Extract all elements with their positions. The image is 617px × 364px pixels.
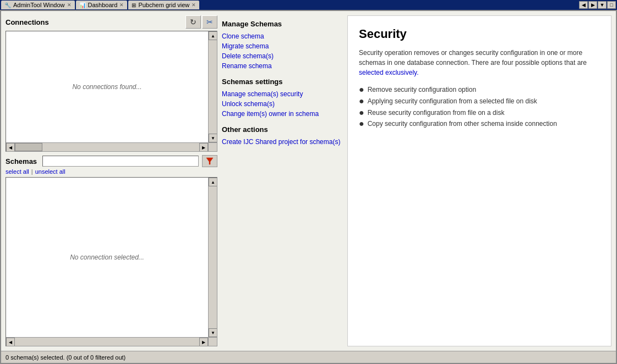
title-bar: 🔧 AdminTool Window ✕ 📊 Dashboard ✕ ⊞ Pub… bbox=[0, 0, 617, 10]
manage-schemas-title: Manage Schemas bbox=[222, 20, 343, 28]
schemas-list: No connection selected... ▲ ▼ ◀ ▶ bbox=[6, 177, 217, 346]
schema-settings-title: Schemas settings bbox=[222, 78, 343, 86]
status-text: 0 schema(s) selected. (0 out of 0 filter… bbox=[6, 354, 125, 361]
schemas-scroll-track-v[interactable] bbox=[209, 186, 217, 328]
security-desc-text: Security operation removes or changes se… bbox=[359, 49, 587, 67]
create-shared-link[interactable]: Create IJC Shared project for schema(s) bbox=[222, 137, 343, 147]
schemas-hscrollbar[interactable]: ◀ ▶ bbox=[6, 337, 208, 346]
connections-hscrollbar[interactable]: ◀ ▶ bbox=[6, 142, 208, 151]
middle-panel: Manage Schemas Clone schema Migrate sche… bbox=[222, 15, 343, 346]
tab-admintool-label: AdminTool Window bbox=[13, 2, 65, 8]
other-actions-title: Other actions bbox=[222, 125, 343, 134]
tab-pubchem-label: Pubchem grid view bbox=[138, 2, 189, 8]
security-description-panel: Security Security operation removes or c… bbox=[347, 15, 611, 346]
change-owner-link[interactable]: Change item(s) owner in schema bbox=[222, 109, 343, 119]
content-area: Connections ↻ ✂ No connections found... bbox=[1, 11, 616, 351]
connections-header: Connections ↻ ✂ bbox=[6, 15, 217, 29]
connections-scroll-right[interactable]: ▶ bbox=[199, 143, 208, 152]
bullet-item-4: ● Copy security configuration from other… bbox=[359, 118, 600, 130]
funnel-icon bbox=[205, 157, 214, 166]
forward-button[interactable]: ▶ bbox=[588, 1, 597, 9]
connections-empty-text: No connections found... bbox=[72, 83, 141, 91]
connections-buttons: ↻ ✂ bbox=[185, 15, 217, 29]
main-window: Connections ↻ ✂ No connections found... bbox=[0, 10, 617, 364]
bullet-text-2: Applying security configuration from a s… bbox=[368, 97, 537, 106]
connections-scroll-up[interactable]: ▲ bbox=[209, 31, 217, 40]
svg-marker-0 bbox=[206, 158, 213, 164]
migrate-schema-link[interactable]: Migrate schema bbox=[222, 41, 343, 51]
unlock-schemas-link[interactable]: Unlock schema(s) bbox=[222, 99, 343, 109]
tab-pubchem[interactable]: ⊞ Pubchem grid view ✕ bbox=[128, 1, 199, 9]
connections-title: Connections bbox=[6, 18, 49, 26]
back-button[interactable]: ◀ bbox=[579, 1, 588, 9]
bullet-dot-3: ● bbox=[359, 108, 364, 117]
rename-schema-link[interactable]: Rename schema bbox=[222, 61, 343, 71]
connections-vscrollbar[interactable]: ▲ ▼ bbox=[208, 31, 217, 142]
schemas-scroll-up[interactable]: ▲ bbox=[209, 178, 217, 186]
manage-security-link[interactable]: Manage schema(s) security bbox=[222, 89, 343, 99]
connections-scroll-track-h[interactable] bbox=[15, 143, 199, 151]
window-controls: ◀ ▶ ▼ □ bbox=[579, 1, 616, 9]
bullet-item-3: ● Reuse security configuration from file… bbox=[359, 107, 600, 119]
dropdown-button[interactable]: ▼ bbox=[598, 1, 607, 9]
schemas-vscrollbar[interactable]: ▲ ▼ bbox=[208, 178, 217, 337]
refresh-icon: ↻ bbox=[190, 18, 196, 26]
tool-icon: 🔧 bbox=[4, 2, 11, 8]
bullet-text-4: Copy security configuration from other s… bbox=[368, 119, 557, 129]
unselect-all-link[interactable]: unselect all bbox=[35, 168, 65, 175]
connections-scroll-corner bbox=[208, 142, 217, 151]
security-desc-highlight: selected exclusively. bbox=[359, 69, 419, 76]
bullet-text-1: Remove security configuration option bbox=[368, 85, 476, 95]
schemas-section: Schemas select all | unselect all bbox=[6, 155, 217, 346]
manage-schemas-section: Manage Schemas Clone schema Migrate sche… bbox=[222, 20, 343, 71]
grid-icon: ⊞ bbox=[132, 2, 136, 8]
status-bar: 0 schema(s) selected. (0 out of 0 filter… bbox=[1, 351, 616, 363]
close-dashboard-btn[interactable]: ✕ bbox=[119, 2, 124, 8]
delete-schemas-link[interactable]: Delete schema(s) bbox=[222, 51, 343, 61]
schemas-list-content: No connection selected... bbox=[6, 178, 208, 337]
scissors-button[interactable]: ✂ bbox=[202, 15, 217, 29]
connections-scroll-left[interactable]: ◀ bbox=[6, 143, 15, 152]
bullet-text-3: Reuse security configuration from file o… bbox=[368, 108, 505, 118]
close-pubchem-btn[interactable]: ✕ bbox=[192, 2, 196, 8]
tab-dashboard-label: Dashboard bbox=[88, 2, 118, 8]
bullet-dot-4: ● bbox=[359, 119, 364, 128]
filter-button[interactable] bbox=[202, 155, 217, 167]
security-title: Security bbox=[359, 27, 600, 41]
connections-list: No connections found... ▲ ▼ ◀ ▶ bbox=[6, 31, 217, 152]
link-separator: | bbox=[31, 168, 33, 175]
bullet-dot-2: ● bbox=[359, 97, 364, 106]
select-all-link[interactable]: select all bbox=[6, 168, 29, 175]
restore-button[interactable]: □ bbox=[607, 1, 616, 9]
schemas-title: Schemas bbox=[6, 157, 37, 166]
close-admintool-btn[interactable]: ✕ bbox=[67, 2, 72, 8]
connections-list-content: No connections found... bbox=[6, 31, 208, 142]
security-bullets: ● Remove security configuration option ●… bbox=[359, 84, 600, 130]
connections-section: Connections ↻ ✂ No connections found... bbox=[6, 15, 217, 152]
scissors-icon: ✂ bbox=[206, 18, 213, 26]
tab-dashboard[interactable]: 📊 Dashboard ✕ bbox=[76, 1, 128, 9]
connections-scroll-track-v[interactable] bbox=[209, 40, 217, 134]
schema-settings-section: Schemas settings Manage schema(s) securi… bbox=[222, 78, 343, 119]
schemas-filter-input[interactable] bbox=[42, 156, 199, 167]
schemas-scroll-track-h[interactable] bbox=[15, 338, 199, 346]
schemas-scroll-corner bbox=[208, 337, 217, 346]
clone-schema-link[interactable]: Clone schema bbox=[222, 31, 343, 41]
dashboard-icon: 📊 bbox=[79, 2, 86, 8]
schemas-scroll-down[interactable]: ▼ bbox=[209, 328, 217, 337]
schemas-scroll-right[interactable]: ▶ bbox=[199, 338, 208, 346]
tab-admintool[interactable]: 🔧 AdminTool Window ✕ bbox=[1, 1, 75, 9]
schemas-empty-text: No connection selected... bbox=[70, 253, 144, 261]
security-description: Security operation removes or changes se… bbox=[359, 48, 600, 78]
bullet-item-1: ● Remove security configuration option bbox=[359, 84, 600, 96]
connections-scroll-down[interactable]: ▼ bbox=[209, 134, 217, 142]
refresh-connections-button[interactable]: ↻ bbox=[185, 15, 201, 29]
left-panel: Connections ↻ ✂ No connections found... bbox=[6, 15, 217, 346]
schemas-scroll-left[interactable]: ◀ bbox=[6, 338, 15, 346]
other-actions-section: Other actions Create IJC Shared project … bbox=[222, 125, 343, 147]
select-links: select all | unselect all bbox=[6, 168, 217, 175]
bullet-dot-1: ● bbox=[359, 85, 364, 94]
schemas-header: Schemas bbox=[6, 155, 217, 167]
bullet-item-2: ● Applying security configuration from a… bbox=[359, 96, 600, 107]
